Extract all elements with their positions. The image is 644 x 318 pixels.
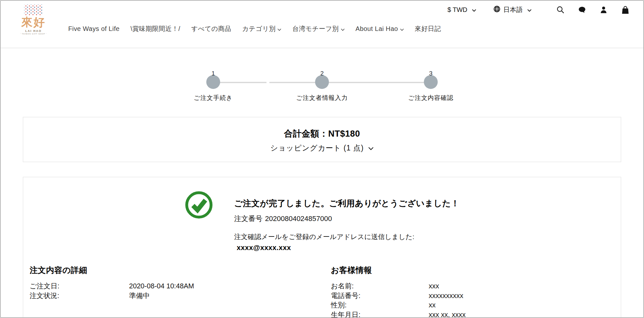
logo-tagline: ' TAIWAN GIFT SHOP ' — [17, 33, 50, 35]
logo-latin: LAI HAO — [17, 29, 50, 33]
order-details-title: 注文内容の詳細 — [30, 265, 331, 275]
nav-item-label: \賞味期限間近！/ — [130, 24, 180, 33]
nav-item-label: 台湾モチーフ別 — [292, 24, 339, 33]
checkout-progress: 1 ご注文手続き 2 ご注文者情報入力 3 ご注文内容確認 — [159, 71, 485, 102]
nav-taiwan-motif[interactable]: 台湾モチーフ別 — [292, 24, 344, 33]
detail-label: 注文状況: — [30, 291, 129, 301]
nav-item-label: すべての商品 — [191, 24, 231, 33]
order-details-column: 注文内容の詳細 ご注文日: 2020-08-04 10:48AM 注文状況: 準… — [30, 265, 331, 318]
detail-value: xx — [429, 301, 436, 310]
language-label: 日本語 — [503, 5, 523, 14]
order-summary-box: 合計金額：NT$180 ショッピングカート (1 点) — [23, 117, 621, 162]
step-circle — [315, 75, 329, 89]
detail-label: 性別: — [331, 301, 429, 310]
order-confirmation-page: 來好 LAI HAO ' TAIWAN GIFT SHOP ' $ TWD — [0, 0, 644, 318]
nav-item-label: Five Ways of Life — [68, 25, 119, 33]
chevron-down-icon — [400, 25, 404, 33]
chevron-down-icon — [527, 6, 532, 14]
confirmation-text: ご注文が完了しました。ご利用ありがとうございました！ 注文番号202008040… — [234, 191, 460, 252]
email-notice: 注文確認メールをご登録のメールアドレスに送信しました: — [234, 232, 460, 241]
globe-icon — [493, 5, 501, 14]
nav-item-label: 來好日記 — [415, 24, 441, 33]
detail-value: xxxxxxxxxx — [429, 291, 463, 301]
search-icon[interactable] — [556, 5, 565, 14]
customer-info-title: お客様情報 — [331, 265, 614, 275]
nav-item-label: カテゴリ別 — [242, 24, 275, 33]
detail-row: 性別: xx — [331, 301, 614, 310]
details-section: 注文内容の詳細 ご注文日: 2020-08-04 10:48AM 注文状況: 準… — [30, 265, 614, 318]
utility-bar: $ TWD 日本語 — [447, 5, 630, 14]
total-amount: 合計金額：NT$180 — [23, 128, 621, 140]
currency-selector[interactable]: $ TWD — [447, 6, 476, 14]
chevron-down-icon — [341, 25, 345, 33]
detail-row: ご注文日: 2020-08-04 10:48AM — [30, 282, 331, 291]
laihao-logo[interactable]: 來好 LAI HAO ' TAIWAN GIFT SHOP ' — [17, 5, 50, 35]
detail-row: 電話番号: xxxxxxxxxx — [331, 291, 614, 301]
chevron-down-icon — [472, 6, 476, 14]
detail-value: xxx — [429, 282, 439, 291]
main-nav: Five Ways of Life \賞味期限間近！/ すべての商品 カテゴリ別… — [68, 24, 441, 33]
detail-row: お名前: xxx — [331, 282, 614, 291]
detail-value: xxx xx, xxxx — [429, 310, 466, 318]
confirmation-block: ご注文が完了しました。ご利用ありがとうございました！ 注文番号202008040… — [30, 191, 614, 252]
cart-toggle-label: ショッピングカート (1 点) — [270, 143, 364, 153]
step-circle — [206, 75, 220, 89]
logo-hanzi: 來好 — [17, 16, 50, 28]
detail-row: 生年月日: xxx xx, xxxx — [331, 310, 614, 318]
step-label: ご注文内容確認 — [408, 94, 453, 102]
step-2-customer-info: 2 ご注文者情報入力 — [268, 71, 377, 102]
site-header: 來好 LAI HAO ' TAIWAN GIFT SHOP ' $ TWD — [1, 1, 643, 48]
order-complete-box: ご注文が完了しました。ご利用ありがとうございました！ 注文番号202008040… — [23, 177, 621, 318]
email-address: xxxx@xxxx.xxx — [234, 244, 460, 252]
nav-about-lai-hao[interactable]: About Lai Hao — [356, 25, 404, 33]
detail-label: 生年月日: — [331, 310, 429, 318]
step-number: 3 — [429, 71, 433, 76]
nav-item-label: About Lai Hao — [356, 25, 398, 33]
chevron-down-icon — [277, 25, 281, 33]
step-label: ご注文手続き — [194, 94, 233, 102]
progress-line-gap — [266, 81, 269, 84]
step-circle — [424, 75, 438, 89]
customer-info-column: お客様情報 お名前: xxx 電話番号: xxxxxxxxxx 性別: xx 生… — [331, 265, 614, 318]
cart-toggle[interactable]: ショッピングカート (1 点) — [270, 143, 374, 153]
language-selector[interactable]: 日本語 — [493, 5, 532, 14]
nav-five-ways-of-life[interactable]: Five Ways of Life — [68, 25, 119, 33]
check-circle-icon — [185, 191, 213, 219]
nav-laihao-diary[interactable]: 來好日記 — [415, 24, 441, 33]
order-number-label: 注文番号 — [234, 215, 263, 223]
detail-label: ご注文日: — [30, 282, 129, 291]
logo-dots-pattern — [24, 5, 43, 15]
order-number-row: 注文番号20200804024857000 — [234, 214, 460, 224]
chat-bubble-icon[interactable] — [578, 5, 586, 14]
step-number: 2 — [320, 71, 324, 76]
detail-row: 注文状況: 準備中 — [30, 291, 331, 301]
nav-best-before-soon[interactable]: \賞味期限間近！/ — [130, 24, 180, 33]
detail-label: お名前: — [331, 282, 429, 291]
currency-label: $ TWD — [447, 6, 467, 14]
step-1-order-procedure: 1 ご注文手続き — [159, 71, 268, 102]
nav-all-products[interactable]: すべての商品 — [191, 24, 231, 33]
step-3-order-confirm: 3 ご注文内容確認 — [377, 71, 485, 102]
chevron-down-icon — [368, 144, 374, 152]
step-number: 1 — [211, 71, 215, 76]
order-number-value: 20200804024857000 — [265, 215, 332, 223]
detail-value: 準備中 — [129, 291, 150, 301]
detail-label: 電話番号: — [331, 291, 429, 301]
detail-value: 2020-08-04 10:48AM — [129, 282, 194, 291]
nav-by-category[interactable]: カテゴリ別 — [242, 24, 281, 33]
person-icon[interactable] — [599, 5, 608, 14]
order-complete-heading: ご注文が完了しました。ご利用ありがとうございました！ — [234, 198, 460, 209]
shopping-bag-icon[interactable] — [621, 5, 630, 14]
step-label: ご注文者情報入力 — [296, 94, 348, 102]
